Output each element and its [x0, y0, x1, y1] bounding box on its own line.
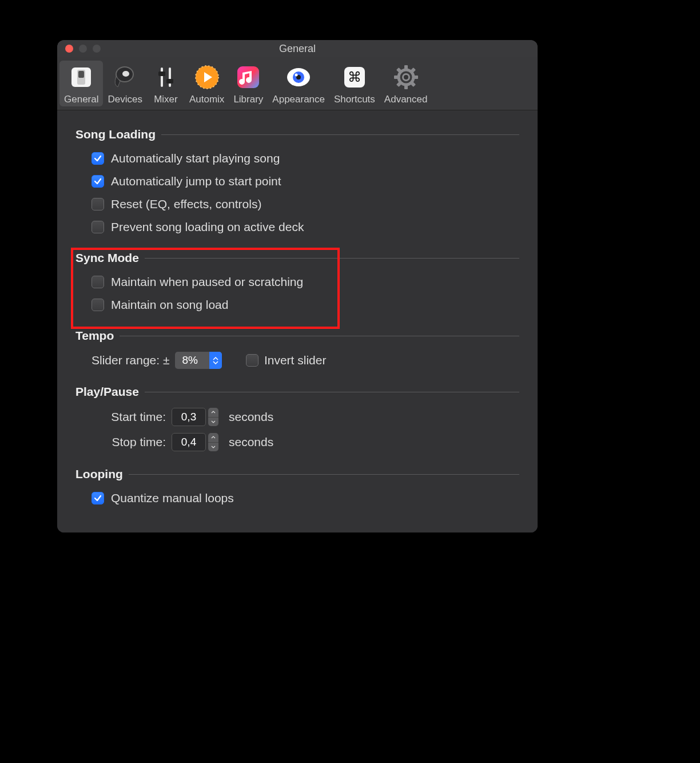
unit-label: seconds	[229, 435, 273, 449]
checkbox-row-maintain-load[interactable]: Maintain on song load	[75, 293, 519, 316]
section-title: Looping	[75, 467, 129, 481]
checkbox-label: Prevent song loading on active deck	[111, 220, 304, 234]
mixer-icon	[152, 63, 180, 92]
svg-text:⌘: ⌘	[348, 69, 361, 85]
checkbox-label: Maintain when paused or scratching	[111, 275, 303, 289]
advanced-icon	[392, 63, 420, 92]
checkbox[interactable]	[92, 198, 104, 210]
svg-rect-6	[161, 67, 163, 87]
section-title: Play/Pause	[75, 385, 145, 399]
devices-icon	[111, 63, 140, 92]
svg-rect-2	[78, 71, 84, 78]
content: Song Loading Automatically start playing…	[57, 110, 538, 532]
checkbox-row-auto-play[interactable]: Automatically start playing song	[75, 147, 519, 170]
slider-range-label: Slider range: ±	[92, 353, 169, 367]
tab-label: Mixer	[154, 94, 178, 105]
section-sync-mode: Sync Mode Maintain when paused or scratc…	[75, 251, 519, 316]
checkbox-label: Automatically start playing song	[111, 152, 280, 165]
section-title: Song Loading	[75, 128, 161, 141]
tab-appearance[interactable]: Appearance	[268, 61, 329, 106]
tab-library[interactable]: Library	[229, 61, 268, 106]
preferences-window: General General	[57, 40, 538, 532]
titlebar: General	[57, 40, 538, 57]
checkbox[interactable]	[92, 299, 104, 311]
section-tempo: Tempo Slider range: ± 8% Invert slider	[75, 329, 519, 372]
checkbox-invert-slider[interactable]	[246, 354, 258, 367]
divider	[161, 134, 519, 135]
checkbox-label: Automatically jump to start point	[111, 174, 281, 188]
divider	[145, 392, 519, 392]
checkbox-row-reset[interactable]: Reset (EQ, effects, controls)	[75, 193, 519, 216]
stepper-up-icon[interactable]	[208, 433, 218, 443]
stop-time-stepper[interactable]	[208, 433, 218, 451]
stop-time-field[interactable]: 0,4	[172, 433, 206, 451]
stepper-down-icon[interactable]	[208, 443, 218, 452]
svg-rect-7	[169, 67, 171, 87]
svg-rect-9	[166, 79, 173, 84]
section-play-pause: Play/Pause Start time: 0,3 seconds Stop …	[75, 385, 519, 455]
library-icon	[234, 63, 262, 92]
toolbar: General Devices	[57, 57, 538, 110]
svg-rect-8	[158, 71, 165, 76]
chevron-updown-icon	[209, 352, 222, 369]
section-title: Sync Mode	[75, 251, 145, 265]
section-song-loading: Song Loading Automatically start playing…	[75, 128, 519, 239]
tab-label: Shortcuts	[334, 94, 375, 105]
tab-advanced[interactable]: Advanced	[380, 61, 432, 106]
svg-point-29	[404, 75, 408, 80]
checkbox-label: Maintain on song load	[111, 298, 228, 312]
stepper-up-icon[interactable]	[208, 408, 218, 418]
tab-devices[interactable]: Devices	[103, 61, 146, 106]
svg-point-16	[295, 74, 298, 77]
general-icon	[67, 63, 96, 92]
appearance-icon	[284, 63, 313, 92]
section-title: Tempo	[75, 329, 120, 343]
invert-slider-label: Invert slider	[264, 353, 327, 367]
start-time-field[interactable]: 0,3	[172, 408, 206, 426]
svg-point-5	[122, 71, 129, 77]
select-value: 8%	[175, 354, 209, 367]
checkbox-row-auto-jump[interactable]: Automatically jump to start point	[75, 170, 519, 193]
window-title: General	[57, 43, 538, 55]
checkbox[interactable]	[92, 276, 104, 288]
tab-automix[interactable]: Automix	[185, 61, 229, 106]
checkbox-row-quantize-loops[interactable]: Quantize manual loops	[75, 487, 519, 510]
tab-label: Appearance	[272, 94, 325, 105]
stepper-down-icon[interactable]	[208, 418, 218, 427]
checkbox-row-maintain-paused[interactable]: Maintain when paused or scratching	[75, 271, 519, 293]
checkbox[interactable]	[92, 221, 104, 233]
start-time-label: Start time:	[92, 410, 166, 424]
checkbox-label: Reset (EQ, effects, controls)	[111, 197, 261, 211]
tab-label: Devices	[108, 94, 142, 105]
checkbox-row-prevent-load[interactable]: Prevent song loading on active deck	[75, 216, 519, 239]
tab-general[interactable]: General	[59, 61, 103, 106]
svg-rect-12	[237, 66, 259, 88]
stop-time-label: Stop time:	[92, 435, 166, 449]
tab-mixer[interactable]: Mixer	[147, 61, 185, 106]
tab-label: Automix	[189, 94, 224, 105]
automix-icon	[193, 63, 221, 92]
checkbox[interactable]	[92, 175, 104, 188]
divider	[120, 336, 519, 336]
tab-shortcuts[interactable]: ⌘ Shortcuts	[329, 61, 380, 106]
section-looping: Looping Quantize manual loops	[75, 467, 519, 510]
divider	[145, 258, 519, 259]
shortcuts-icon: ⌘	[340, 63, 369, 92]
unit-label: seconds	[229, 410, 273, 424]
tab-label: Library	[233, 94, 263, 105]
start-time-stepper[interactable]	[208, 408, 218, 426]
slider-range-select[interactable]: 8%	[175, 352, 221, 369]
checkbox[interactable]	[92, 492, 104, 504]
divider	[129, 474, 519, 475]
checkbox[interactable]	[92, 152, 104, 165]
tab-label: Advanced	[384, 94, 428, 105]
tab-label: General	[64, 94, 98, 105]
checkbox-label: Quantize manual loops	[111, 491, 234, 505]
